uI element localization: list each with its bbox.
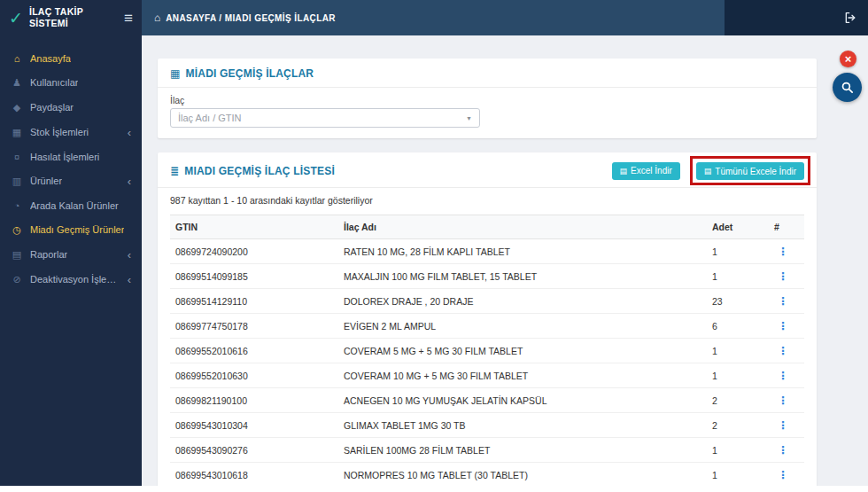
sidebar-item-icon: ▤	[11, 249, 23, 261]
search-button[interactable]	[833, 73, 862, 102]
excel-file-icon: ▤	[620, 167, 628, 176]
cell-qty: 2	[707, 413, 769, 438]
record-count-summary: 987 kayıttan 1 - 10 arasındaki kayıtlar …	[170, 195, 804, 206]
row-actions-icon[interactable]: ⋮	[774, 419, 792, 432]
cell-drug-name: MAXALJIN 100 MG FILM TABLET, 15 TABLET	[338, 264, 707, 289]
cell-gtin: 08699774750178	[170, 314, 338, 339]
sidebar-item-icon: ⊘	[11, 274, 23, 285]
list-card-title-text: MIADI GEÇMİŞ İLAÇ LİSTESİ	[184, 165, 335, 177]
table-row: 08699724090200 RATEN 10 MG, 28 FİLM KAPL…	[170, 239, 804, 264]
sidebar-item-label: Ürünler	[30, 176, 62, 186]
sidebar-item-label: Deaktivasyon İşlemleri	[30, 274, 120, 285]
drug-select-value: İlaç Adı / GTIN	[178, 113, 242, 123]
sidebar-item-icon: ¤	[11, 152, 23, 162]
sidebar-item-label: Raporlar	[30, 249, 67, 260]
chevron-collapsed-icon: ‹	[128, 274, 131, 285]
cell-drug-name: NORMOPRES 10 MG TABLET (30 TABLET)	[338, 463, 707, 487]
sidebar-item-label: Anasayfa	[30, 53, 71, 64]
drug-select[interactable]: İlaç Adı / GTIN ▼	[170, 108, 480, 128]
sidebar-item[interactable]: ¤ Hasılat İşlemleri ‹	[0, 144, 142, 168]
chevron-collapsed-icon: ‹	[128, 176, 131, 187]
cell-gtin: 08699552010630	[170, 363, 338, 388]
sidebar: ✓ İLAÇ TAKİP SİSTEMİ ≡ ⌂ Anasayfa ‹ ♟ Ku…	[0, 0, 142, 486]
sidebar-item[interactable]: ⌂ Anasayfa ‹	[0, 46, 142, 70]
content: ▦ MİADI GEÇMİŞ İLAÇLAR İlaç İlaç Adı / G…	[142, 35, 868, 486]
excel-download-all-label: Tümünü Excele İndir	[715, 167, 796, 176]
sidebar-item-label: Stok İşlemleri	[30, 127, 89, 137]
cell-qty: 1	[707, 239, 769, 264]
header-actions: #	[769, 215, 804, 239]
table-row: 08699543010618 NORMOPRES 10 MG TABLET (3…	[170, 463, 804, 487]
sidebar-header: ✓ İLAÇ TAKİP SİSTEMİ ≡	[0, 0, 142, 35]
drug-field-label: İlaç	[170, 95, 804, 105]
sidebar-item[interactable]: ▤ Raporlar ‹	[0, 242, 142, 267]
cell-qty: 2	[707, 388, 769, 413]
cell-qty: 1	[707, 438, 769, 463]
breadcrumb-zone: ⌂ ANASAYFA / MIADI GEÇMİŞ İLAÇLAR	[142, 0, 725, 35]
sidebar-item[interactable]: ◷ Miadı Geçmiş Ürünler ‹	[0, 217, 142, 242]
row-actions-icon[interactable]: ⋮	[774, 295, 792, 308]
home-icon: ⌂	[154, 12, 160, 24]
cell-drug-name: GLIMAX TABLET 1MG 30 TB	[338, 413, 707, 438]
list-card-title: ≣ MIADI GEÇMİŞ İLAÇ LİSTESİ	[170, 165, 335, 177]
cell-qty: 1	[707, 339, 769, 363]
caret-down-icon: ▼	[466, 115, 472, 121]
sidebar-item-label: Miadı Geçmiş Ürünler	[30, 224, 124, 235]
layers-icon: ≣	[170, 165, 179, 177]
table-row: 08699514129110 DOLOREX DRAJE , 20 DRAJE …	[170, 289, 804, 314]
hamburger-menu-icon[interactable]: ≡	[124, 11, 133, 26]
row-actions-icon[interactable]: ⋮	[774, 270, 792, 283]
row-actions-icon[interactable]: ⋮	[774, 246, 792, 258]
filter-card-title: ▦ MİADI GEÇMİŞ İLAÇLAR	[170, 67, 804, 80]
expired-drugs-table: GTIN İlaç Adı Adet # 08699724090200 RATE…	[170, 215, 804, 486]
row-actions-icon[interactable]: ⋮	[774, 394, 792, 407]
sidebar-item[interactable]: ♟ Kullanıcılar ‹	[0, 70, 142, 95]
app-window: ✓ İLAÇ TAKİP SİSTEMİ ≡ ⌂ Anasayfa ‹ ♟ Ku…	[0, 0, 868, 486]
cell-gtin: 08699552010616	[170, 339, 338, 363]
cell-drug-name: COVERAM 5 MG + 5 MG 30 FILM TABLET	[338, 339, 707, 363]
filter-card: ▦ MİADI GEÇMİŞ İLAÇLAR İlaç İlaç Adı / G…	[158, 59, 817, 138]
header-drug-name: İlaç Adı	[338, 215, 707, 239]
table-row: 08699543010304 GLIMAX TABLET 1MG 30 TB 2…	[170, 413, 804, 438]
row-actions-icon[interactable]: ⋮	[774, 469, 792, 481]
sidebar-item-icon: ▦	[11, 127, 23, 138]
sidebar-item[interactable]: ▥ Ürünler ‹	[0, 168, 142, 193]
divider	[158, 87, 817, 88]
close-icon: ×	[845, 53, 852, 65]
topbar: ⌂ ANASAYFA / MIADI GEÇMİŞ İLAÇLAR	[142, 0, 868, 35]
row-actions-icon[interactable]: ⋮	[774, 345, 792, 357]
cell-gtin: 08699724090200	[170, 239, 338, 264]
excel-download-button[interactable]: ▤ Excel İndir	[612, 162, 680, 180]
cell-gtin: 08699543090276	[170, 438, 338, 463]
row-actions-icon[interactable]: ⋮	[774, 320, 792, 332]
list-card-header: ≣ MIADI GEÇMİŞ İLAÇ LİSTESİ ▤ Excel İndi…	[170, 161, 804, 180]
cell-qty: 6	[707, 314, 769, 339]
cell-qty: 1	[707, 363, 769, 388]
sidebar-item[interactable]: ◔ Arada Kalan Ürünler ‹	[0, 193, 142, 217]
excel-download-all-button[interactable]: ▤ Tümünü Excele İndir	[696, 162, 804, 180]
app-logo-icon: ✓	[9, 10, 23, 27]
cell-drug-name: SARİLEN 100MG 28 FİLM TABLET	[338, 438, 707, 463]
sidebar-item-icon: ◆	[11, 102, 23, 113]
sidebar-item[interactable]: ▦ Stok İşlemleri ‹	[0, 120, 142, 144]
search-icon	[840, 80, 855, 95]
table-row: 08699514099185 MAXALJIN 100 MG FILM TABL…	[170, 264, 804, 289]
sidebar-item[interactable]: ⊘ Deaktivasyon İşlemleri ‹	[0, 267, 142, 292]
row-actions-icon[interactable]: ⋮	[774, 444, 792, 457]
cell-qty: 1	[707, 463, 769, 487]
sidebar-item-icon: ▥	[11, 176, 23, 187]
table-row: 08699774750178 EVİGEN 2 ML AMPUL 6 ⋮	[170, 314, 804, 339]
app-title-line2: SİSTEMİ	[29, 18, 118, 29]
cell-drug-name: DOLOREX DRAJE , 20 DRAJE	[338, 289, 707, 314]
close-button[interactable]: ×	[840, 51, 856, 67]
filter-card-title-text: MİADI GEÇMİŞ İLAÇLAR	[186, 67, 314, 80]
cell-gtin: 08699514099185	[170, 264, 338, 289]
sidebar-item-label: Kullanıcılar	[30, 77, 78, 88]
breadcrumb[interactable]: ANASAYFA / MIADI GEÇMİŞ İLAÇLAR	[166, 13, 336, 23]
cell-drug-name: COVERAM 10 MG + 5 MG 30 FILM TABLET	[338, 363, 707, 388]
row-actions-icon[interactable]: ⋮	[774, 370, 792, 382]
logout-icon[interactable]	[843, 11, 857, 25]
sidebar-item-label: Arada Kalan Ürünler	[30, 200, 119, 211]
list-card-actions: ▤ Excel İndir ▤ Tümünü Excele İndir	[612, 161, 804, 180]
sidebar-item[interactable]: ◆ Paydaşlar ‹	[0, 95, 142, 120]
